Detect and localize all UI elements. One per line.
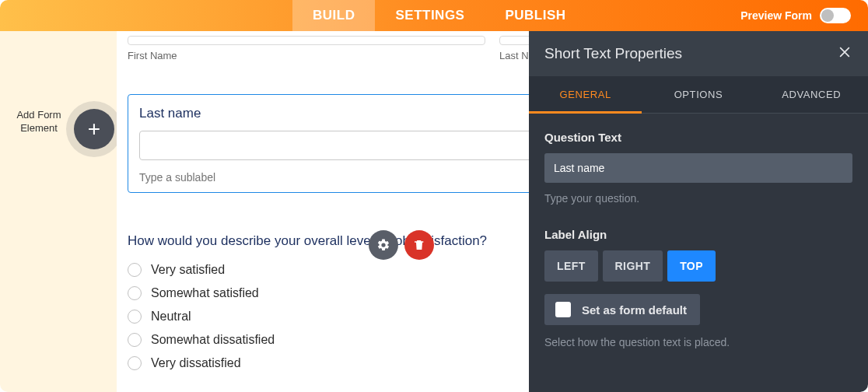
header-right: Preview Form (740, 8, 868, 23)
trash-icon (413, 239, 425, 251)
left-rail: Add Form Element + (0, 31, 117, 392)
plus-icon: + (88, 117, 100, 142)
field-settings-button[interactable] (369, 230, 398, 260)
set-form-default-toggle[interactable]: Set as form default (544, 294, 700, 325)
label-align-label: Label Align (544, 228, 852, 241)
panel-close-button[interactable] (837, 44, 852, 64)
align-top-button[interactable]: TOP (667, 250, 716, 282)
preview-form-label: Preview Form (740, 9, 812, 22)
app-root: BUILD SETTINGS PUBLISH Preview Form Add … (0, 0, 868, 392)
gear-icon (376, 238, 390, 252)
properties-panel: Short Text Properties GENERAL OPTIONS AD… (529, 31, 868, 392)
label-align-hint: Select how the question text is placed. (544, 336, 852, 348)
panel-header: Short Text Properties (529, 31, 868, 76)
radio-icon (128, 310, 142, 324)
panel-title: Short Text Properties (544, 45, 682, 62)
option-label: Neutral (151, 310, 191, 324)
set-form-default-label: Set as form default (582, 303, 687, 317)
panel-body: Question Text Type your question. Label … (529, 114, 868, 366)
header-tabs: BUILD SETTINGS PUBLISH (292, 0, 586, 31)
preview-form-toggle[interactable] (820, 8, 851, 23)
field-action-buttons (369, 230, 434, 260)
add-form-element-button[interactable]: + (74, 109, 114, 149)
first-name-sublabel: First Name (128, 50, 485, 61)
checkbox-icon (555, 302, 571, 317)
panel-tabs: GENERAL OPTIONS ADVANCED (529, 76, 868, 114)
header-bar: BUILD SETTINGS PUBLISH Preview Form (0, 0, 868, 31)
tab-build[interactable]: BUILD (292, 0, 375, 31)
option-label: Somewhat dissatisfied (151, 333, 275, 347)
radio-icon (128, 286, 142, 300)
option-label: Somewhat satisfied (151, 286, 259, 300)
close-icon (837, 44, 852, 60)
panel-tab-advanced[interactable]: ADVANCED (755, 76, 868, 113)
option-label: Very satisfied (151, 263, 225, 277)
option-label: Very dissatisfied (151, 356, 241, 370)
align-left-button[interactable]: LEFT (544, 250, 598, 282)
label-align-group: LEFT RIGHT TOP (544, 250, 852, 282)
question-text-hint: Type your question. (544, 192, 852, 205)
question-text-input[interactable] (544, 153, 852, 183)
add-form-element-label: Add Form Element (16, 109, 62, 135)
radio-icon (128, 263, 142, 277)
tab-settings[interactable]: SETTINGS (375, 0, 485, 31)
align-right-button[interactable]: RIGHT (603, 250, 663, 282)
radio-icon (128, 333, 142, 347)
panel-tab-general[interactable]: GENERAL (529, 76, 642, 113)
tab-publish[interactable]: PUBLISH (485, 0, 586, 31)
field-delete-button[interactable] (404, 230, 434, 260)
radio-icon (128, 356, 142, 370)
first-name-col: First Name (128, 36, 485, 61)
first-name-input[interactable] (128, 36, 485, 45)
question-text-label: Question Text (544, 131, 852, 144)
panel-tab-options[interactable]: OPTIONS (642, 76, 754, 113)
